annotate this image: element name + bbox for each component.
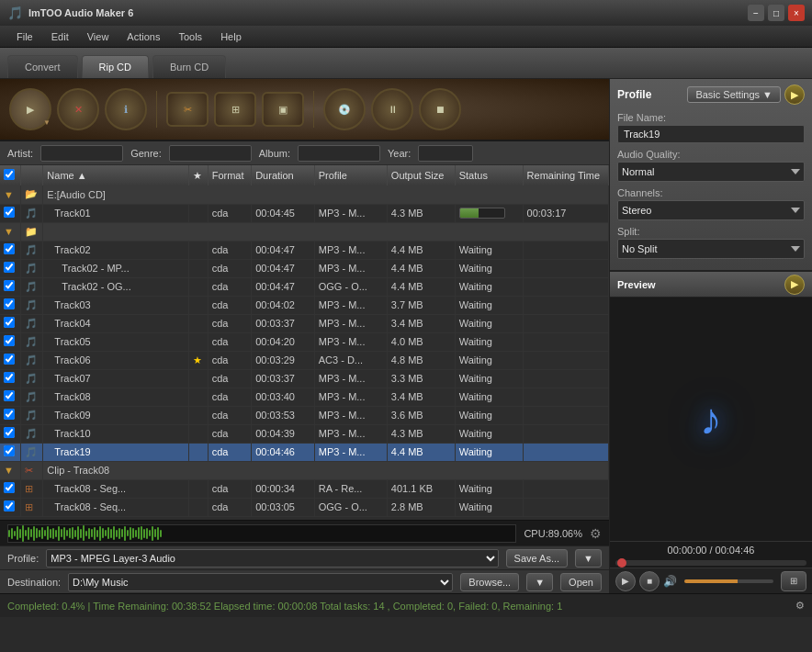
seek-knob[interactable] — [617, 558, 626, 568]
row-checkbox[interactable] — [4, 482, 15, 493]
row-checkbox[interactable] — [4, 445, 15, 456]
select-all-checkbox[interactable] — [4, 169, 15, 180]
table-row[interactable]: 🎵 Track10 cda 00:04:39 MP3 - M... 4.3 MB… — [0, 424, 609, 443]
table-row[interactable]: ⊞ Track08 - Seg... cda 00:00:34 RA - Re.… — [0, 479, 609, 498]
expand-icon[interactable]: ▼ — [4, 465, 14, 476]
audio-quality-select[interactable]: Normal High Low — [617, 162, 805, 182]
row-checkbox[interactable] — [4, 500, 15, 511]
clip-button[interactable]: ▣ — [262, 92, 304, 127]
row-checkbox[interactable] — [4, 262, 15, 273]
table-row[interactable]: 🎵 Track04 cda 00:03:37 MP3 - M... 3.4 MB… — [0, 314, 609, 332]
preview-next-button[interactable]: ▶ — [784, 275, 805, 295]
seek-bar[interactable] — [615, 560, 806, 566]
menu-help[interactable]: Help — [211, 29, 251, 44]
settings-icon[interactable]: ⚙ — [590, 526, 602, 541]
row-checkbox[interactable] — [4, 317, 15, 328]
table-row[interactable]: ▼ 📂 E:[Audio CD] — [0, 185, 609, 204]
cd-rip-button[interactable]: 💿 — [323, 88, 366, 130]
expand-icon[interactable]: ▼ — [4, 189, 14, 200]
row-checkbox[interactable] — [4, 354, 15, 365]
tab-rip-cd[interactable]: Rip CD — [82, 55, 149, 78]
row-checkbox[interactable] — [4, 280, 15, 291]
table-row[interactable]: 🎵 Track19 cda 00:04:46 MP3 - M... 4.4 MB… — [0, 443, 609, 461]
year-input[interactable] — [418, 145, 473, 162]
check-cell[interactable] — [0, 388, 21, 406]
table-row[interactable]: ⊞ Track08 - Seq... cda 00:03:05 OGG - O.… — [0, 498, 609, 516]
group-toggle-cell[interactable]: ▼ — [0, 185, 21, 204]
group-toggle-cell[interactable]: ▼ — [0, 222, 21, 241]
maximize-button[interactable]: □ — [768, 5, 784, 21]
table-row[interactable]: 🎵 Track08 cda 00:03:40 MP3 - M... 3.4 MB… — [0, 388, 609, 406]
table-row[interactable]: 🎵 Track06 ★ cda 00:03:29 AC3 - D... 4.8 … — [0, 351, 609, 369]
check-cell[interactable] — [0, 498, 21, 516]
col-output-size[interactable]: Output Size — [387, 165, 455, 185]
channels-select[interactable]: Stereo Mono — [617, 200, 805, 220]
tab-burn-cd[interactable]: Burn CD — [152, 55, 226, 78]
open-button[interactable]: Open — [560, 573, 602, 591]
menu-edit[interactable]: Edit — [42, 29, 78, 44]
destination-select[interactable]: D:\My Music — [68, 573, 453, 591]
status-settings-icon[interactable]: ⚙ — [795, 600, 805, 612]
menu-tools[interactable]: Tools — [169, 29, 211, 44]
cut-button[interactable]: ✂ — [166, 92, 209, 127]
tab-convert[interactable]: Convert — [7, 55, 78, 78]
row-checkbox[interactable] — [4, 335, 15, 346]
col-name[interactable]: Name ▲ — [43, 165, 188, 185]
row-checkbox[interactable] — [4, 207, 15, 218]
check-cell[interactable] — [0, 424, 21, 443]
row-checkbox[interactable] — [4, 427, 15, 438]
check-cell[interactable] — [0, 259, 21, 277]
expand-icon[interactable]: ▼ — [4, 226, 14, 237]
row-checkbox[interactable] — [4, 298, 15, 309]
close-button[interactable]: × — [788, 5, 805, 21]
check-cell[interactable] — [0, 241, 21, 259]
profile-next-button[interactable]: ▶ — [784, 84, 805, 105]
volume-slider[interactable] — [684, 579, 773, 583]
table-row[interactable]: 🎵 Track07 cda 00:03:37 MP3 - M... 3.3 MB… — [0, 369, 609, 388]
row-checkbox[interactable] — [4, 409, 15, 420]
check-cell[interactable] — [0, 314, 21, 332]
file-name-input[interactable] — [617, 125, 805, 143]
stop-preview-button[interactable]: ■ — [639, 571, 660, 591]
menu-file[interactable]: File — [7, 29, 42, 44]
check-cell[interactable] — [0, 479, 21, 498]
extra-button[interactable]: ⊞ — [781, 571, 806, 591]
genre-input[interactable] — [169, 145, 252, 162]
check-cell[interactable] — [0, 332, 21, 351]
col-duration[interactable]: Duration — [252, 165, 315, 185]
check-cell[interactable] — [0, 369, 21, 388]
info-button[interactable]: ℹ — [105, 88, 147, 130]
table-row[interactable]: 🎵 Track02 cda 00:04:47 MP3 - M... 4.4 MB… — [0, 241, 609, 259]
play-preview-button[interactable]: ▶ — [615, 571, 636, 591]
table-row[interactable]: 🎵 Track05 cda 00:04:20 MP3 - M... 4.0 MB… — [0, 332, 609, 351]
profile-dropdown-button[interactable]: ▼ — [575, 549, 602, 568]
menu-actions[interactable]: Actions — [118, 29, 169, 44]
row-checkbox[interactable] — [4, 372, 15, 383]
save-as-button[interactable]: Save As... — [506, 549, 569, 568]
menu-view[interactable]: View — [78, 29, 118, 44]
row-checkbox[interactable] — [4, 243, 15, 254]
browse-dropdown-button[interactable]: ▼ — [526, 573, 553, 591]
file-table-container[interactable]: Name ▲ ★ Format Duration Profile Output … — [0, 165, 609, 520]
profile-select[interactable]: MP3 - MPEG Layer-3 Audio — [46, 549, 498, 568]
row-checkbox[interactable] — [4, 390, 15, 401]
merge-button[interactable]: ⊞ — [214, 92, 256, 127]
col-profile[interactable]: Profile — [314, 165, 387, 185]
album-input[interactable] — [298, 145, 380, 162]
check-cell[interactable] — [0, 296, 21, 314]
table-row[interactable]: 🎵 Track02 - OG... cda 00:04:47 OGG - O..… — [0, 277, 609, 296]
basic-settings-button[interactable]: Basic Settings ▼ — [687, 86, 781, 103]
table-row[interactable]: ▼ ✂ Clip - Track08 — [0, 461, 609, 479]
seek-bar-container[interactable] — [610, 558, 812, 568]
table-row[interactable]: ▼ 📁 — [0, 222, 609, 241]
pause-button[interactable]: ⏸ — [371, 88, 413, 130]
split-select[interactable]: No Split By Size By Time — [617, 239, 805, 259]
artist-input[interactable] — [40, 145, 123, 162]
table-row[interactable]: 🎵 Track09 cda 00:03:53 MP3 - M... 3.6 MB… — [0, 406, 609, 424]
check-cell[interactable] — [0, 277, 21, 296]
table-row[interactable]: 🎵 Track02 - MP... cda 00:04:47 MP3 - M..… — [0, 259, 609, 277]
col-checkbox[interactable] — [0, 165, 21, 185]
stop-button[interactable]: ✕ — [57, 88, 99, 130]
check-cell[interactable] — [0, 351, 21, 369]
browse-button[interactable]: Browse... — [460, 573, 519, 591]
